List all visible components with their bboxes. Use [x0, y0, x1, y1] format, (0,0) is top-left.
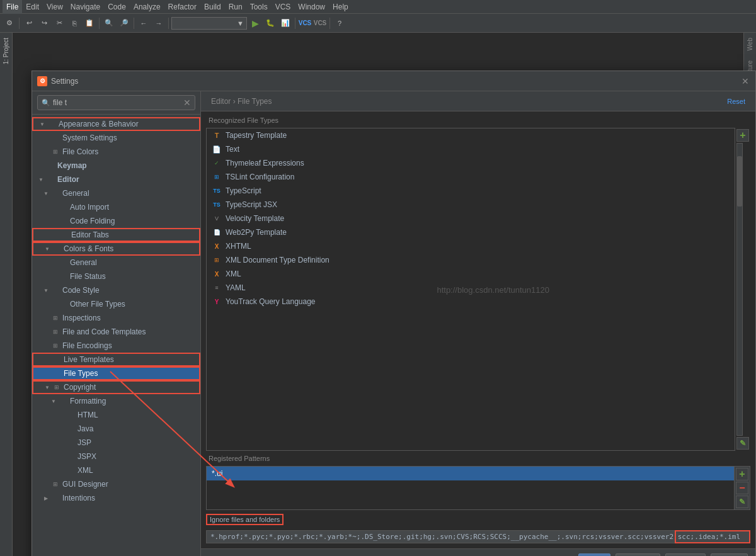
- tree-item-auto-import[interactable]: Auto Import: [32, 200, 200, 214]
- toolbar-debug-btn[interactable]: 🐛: [263, 16, 277, 30]
- toolbar-cut-btn[interactable]: ✂: [52, 16, 66, 30]
- menu-window[interactable]: Window: [294, 0, 329, 14]
- toolbar-find2-btn[interactable]: 🔎: [117, 16, 131, 30]
- apply-button[interactable]: Apply: [665, 553, 706, 557]
- menu-vcs[interactable]: VCS: [272, 0, 295, 14]
- tree-item-jspx-fmt[interactable]: JSPX: [32, 450, 200, 463]
- tree-item-other-file-types[interactable]: Other File Types: [32, 297, 200, 311]
- file-type-youtrack[interactable]: Y YouTrack Query Language: [207, 295, 735, 309]
- file-type-xhtml[interactable]: X XHTML: [207, 239, 735, 253]
- toolbar-run-dropdown[interactable]: ▼: [171, 17, 247, 30]
- file-types-scrollbar[interactable]: [736, 143, 743, 436]
- file-type-typescript-jsx[interactable]: TS TypeScript JSX: [207, 198, 735, 212]
- ignore-input[interactable]: [206, 530, 750, 543]
- tree-item-code-folding[interactable]: Code Folding: [32, 214, 200, 228]
- tree-item-editor-tabs[interactable]: Editor Tabs: [32, 228, 200, 242]
- tree-item-keymap[interactable]: Keymap: [32, 159, 200, 173]
- file-type-text[interactable]: 📄 Text: [207, 142, 735, 156]
- menu-help[interactable]: Help: [329, 0, 352, 14]
- toolbar-undo-btn[interactable]: ←: [137, 16, 151, 30]
- tree-item-file-encodings[interactable]: ⊞ File Encodings: [32, 339, 200, 353]
- toolbar-back-btn[interactable]: ↩: [22, 16, 36, 30]
- menu-run[interactable]: Run: [225, 0, 246, 14]
- tree-item-general[interactable]: General: [32, 186, 200, 200]
- tree-item-intentions[interactable]: Intentions: [32, 491, 200, 505]
- toolbar-vcs1-btn[interactable]: VCS: [298, 16, 312, 30]
- file-type-yaml[interactable]: ≡ YAML: [207, 281, 735, 295]
- pattern-item-ui[interactable]: *.ui: [207, 467, 734, 480]
- cancel-button[interactable]: Cancel: [616, 553, 660, 557]
- toolbar-run-btn[interactable]: ▶: [248, 16, 262, 30]
- menu-tools[interactable]: Tools: [246, 0, 272, 14]
- toolbar-help-btn[interactable]: ?: [333, 16, 346, 30]
- tree-item-java-fmt[interactable]: Java: [32, 422, 200, 436]
- side-tab-web[interactable]: Web: [745, 33, 755, 55]
- tree-item-inspections[interactable]: ⊞ Inspections: [32, 311, 200, 325]
- toolbar-settings-btn[interactable]: ⚙: [3, 16, 16, 30]
- tree-item-editor[interactable]: Editor: [32, 173, 200, 186]
- tree-item-file-types[interactable]: File Types: [32, 366, 200, 380]
- file-type-velocity[interactable]: V Velocity Template: [207, 212, 735, 225]
- file-type-typescript[interactable]: TS TypeScript: [207, 184, 735, 198]
- ok-button[interactable]: OK: [578, 553, 610, 557]
- patterns-list: *.ui: [207, 467, 734, 509]
- remove-pattern-btn[interactable]: −: [736, 482, 748, 494]
- tree-item-system-settings[interactable]: System Settings: [32, 131, 200, 145]
- toolbar-paste-btn[interactable]: 📋: [83, 16, 96, 30]
- file-type-tslint-label: TSLint Configuration: [226, 173, 294, 181]
- tree-item-live-templates[interactable]: Live Templates: [32, 353, 200, 366]
- menu-refactor[interactable]: Refactor: [164, 0, 200, 14]
- add-pattern-btn[interactable]: +: [736, 468, 748, 480]
- search-clear-btn[interactable]: ✕: [183, 98, 191, 108]
- dialog-close-btn[interactable]: ✕: [740, 76, 750, 86]
- file-types-list[interactable]: T Tapestry Template 📄 Text: [207, 128, 735, 450]
- menu-file[interactable]: File: [3, 0, 22, 14]
- toolbar-copy-btn[interactable]: ⎘: [67, 16, 81, 30]
- reset-link[interactable]: Reset: [727, 98, 745, 105]
- menu-code[interactable]: Code: [104, 0, 130, 14]
- menu-view[interactable]: View: [43, 0, 67, 14]
- toolbar-find-btn[interactable]: 🔍: [102, 16, 116, 30]
- tree-icon-other-file-types: [59, 300, 67, 309]
- tree-item-jsp-fmt[interactable]: JSP: [32, 436, 200, 450]
- side-tab-project[interactable]: 1: Project: [1, 33, 11, 69]
- toolbar-redo-btn[interactable]: →: [152, 16, 166, 30]
- toolbar-forward-btn[interactable]: ↪: [37, 16, 51, 30]
- tree-item-xml-fmt[interactable]: XML: [32, 463, 200, 477]
- help-button[interactable]: Help: [711, 553, 748, 557]
- tree-item-copyright[interactable]: ⊞ Copyright: [32, 380, 200, 394]
- file-type-xml[interactable]: X XML: [207, 267, 735, 281]
- file-type-tslint[interactable]: ⊞ TSLint Configuration: [207, 170, 735, 184]
- file-type-text-label: Text: [226, 145, 239, 154]
- ide-background: Web 2: Structure ⚙ Settings ✕: [13, 33, 756, 556]
- menu-navigate[interactable]: Navigate: [67, 0, 104, 14]
- tree-item-appearance[interactable]: Appearance & Behavior: [32, 117, 200, 131]
- tree-item-file-code-templates[interactable]: ⊞ File and Code Templates: [32, 325, 200, 339]
- file-type-xml-dtd[interactable]: ⊞ XML Document Type Definition: [207, 253, 735, 267]
- toolbar-profile-btn[interactable]: 📊: [278, 16, 292, 30]
- tree-item-file-colors[interactable]: ⊞ File Colors: [32, 145, 200, 159]
- file-type-tapestry[interactable]: T Tapestry Template: [207, 128, 735, 142]
- edit-file-type-btn[interactable]: ✎: [736, 437, 749, 450]
- tree-item-code-style[interactable]: Code Style: [32, 283, 200, 297]
- toolbar-vcs2-btn[interactable]: VCS: [313, 16, 327, 30]
- file-type-thymeleaf[interactable]: ✓ Thymeleaf Expressions: [207, 156, 735, 170]
- search-box-container: 🔍 ✕: [32, 91, 200, 115]
- file-type-xml-dtd-label: XML Document Type Definition: [226, 256, 329, 264]
- dialog-footer: OK Cancel Apply Help: [201, 548, 755, 556]
- tree-item-gui-designer[interactable]: ⊞ GUI Designer: [32, 477, 200, 491]
- add-file-type-btn[interactable]: +: [736, 129, 749, 142]
- tree-label-file-types: File Types: [64, 369, 98, 378]
- menu-edit[interactable]: Edit: [22, 0, 43, 14]
- tree-item-colors-fonts[interactable]: Colors & Fonts: [32, 242, 200, 256]
- menu-analyze[interactable]: Analyze: [130, 0, 164, 14]
- menu-build[interactable]: Build: [200, 0, 225, 14]
- tree-item-html-fmt[interactable]: HTML: [32, 408, 200, 422]
- search-input[interactable]: [53, 98, 183, 107]
- edit-pattern-btn[interactable]: ✎: [736, 496, 748, 508]
- tree-item-formatting[interactable]: Formatting: [32, 394, 200, 408]
- file-type-web2py[interactable]: 📄 Web2Py Template: [207, 225, 735, 239]
- tree-item-general-colors[interactable]: General: [32, 256, 200, 269]
- tree-icon-general: [51, 189, 60, 198]
- tree-item-file-status[interactable]: File Status: [32, 269, 200, 283]
